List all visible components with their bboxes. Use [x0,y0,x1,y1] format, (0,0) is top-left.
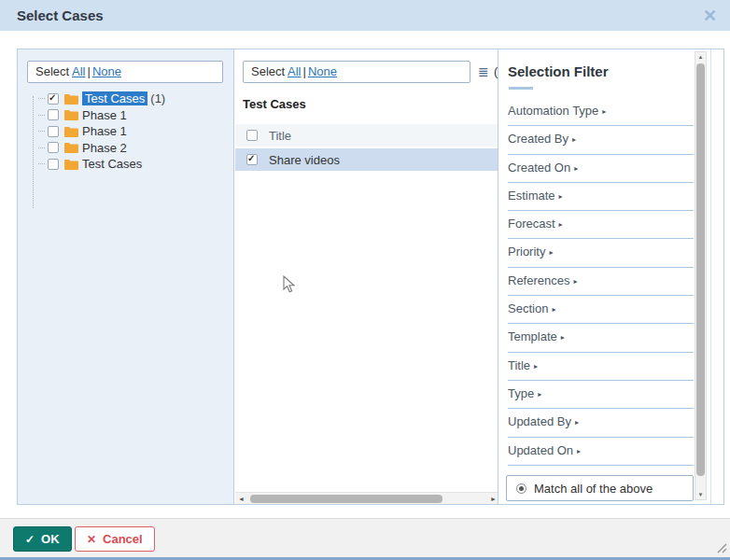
filter-item-updated-on[interactable]: Updated On▸ [508,438,694,466]
expand-arrow-icon: ▸ [577,447,581,455]
cases-header-row[interactable]: Title [235,124,499,147]
tree-item-count: (1) [150,91,165,105]
expand-arrow-icon: ▸ [559,220,563,229]
tree-item-label: Test Cases [82,91,147,105]
dialog-title: Select Cases [17,7,104,23]
expand-arrow-icon: ▸ [552,305,555,314]
filter-list: Automation Type▸ Created By▸ Created On▸… [508,98,694,466]
folder-icon [64,159,78,170]
tree-select-none-link[interactable]: None [92,64,121,78]
expand-arrow-icon: ▸ [561,333,565,342]
scroll-down-icon[interactable]: ▼ [695,492,706,497]
x-icon: ✕ [87,533,96,546]
filter-item-label: Forecast [508,217,555,231]
tree-checkbox[interactable] [48,126,59,137]
filter-item-label: Updated On [508,443,573,457]
filter-item-automation-type[interactable]: Automation Type▸ [508,98,694,126]
filter-item-label: Type [508,386,534,400]
scroll-right-icon[interactable]: ► [490,493,497,504]
filter-item-label: Automation Type [508,104,598,118]
tree-item-test-cases-2[interactable]: Test Cases [29,156,165,173]
ok-button[interactable]: ✓ OK [13,526,72,552]
folder-icon [64,93,78,105]
expand-arrow-icon: ▸ [574,164,578,173]
suite-tree-panel: Select All|None Test Cases (1) Phase 1 [18,49,234,504]
filter-item-title[interactable]: Title▸ [508,353,694,381]
filter-item-label: Priority [508,245,545,259]
tree-select-all-link[interactable]: All [72,64,85,78]
filter-item-type[interactable]: Type▸ [508,381,694,409]
select-label: Select [251,64,285,78]
folder-icon [64,142,78,153]
tree-connector [38,131,45,132]
divider: | [303,64,306,78]
horizontal-scrollbar[interactable]: ◄ ► [235,492,499,504]
title-accent-bar [509,87,533,90]
cases-select-all-link[interactable]: All [288,64,301,78]
match-all-label: Match all of the above [534,482,653,496]
check-icon: ✓ [25,533,35,546]
expand-arrow-icon: ▸ [602,107,606,116]
tree-item-label: Phase 2 [82,141,127,155]
tree-checkbox[interactable] [48,159,59,170]
match-all-radio[interactable] [516,483,526,494]
filter-item-label: Created On [508,161,570,175]
case-title: Share videos [269,153,340,167]
tree-item-phase-1[interactable]: Phase 1 [29,107,165,124]
column-header-title: Title [269,129,291,143]
filter-item-created-by[interactable]: Created By▸ [508,126,694,154]
cancel-button[interactable]: ✕ Cancel [75,526,155,552]
scrollbar-thumb[interactable] [696,63,705,476]
folder-icon [64,126,78,137]
filter-item-label: Title [508,358,530,372]
divider: | [88,64,91,78]
expand-arrow-icon: ▸ [538,390,541,399]
filter-item-section[interactable]: Section▸ [508,296,694,324]
resize-handle-icon[interactable] [716,542,727,553]
tree-item-label: Phase 1 [82,124,127,138]
case-checkbox-checked[interactable] [246,154,258,165]
expand-arrow-icon: ▸ [573,277,577,286]
folder-icon [64,109,78,120]
section-tree: Test Cases (1) Phase 1 Phase 1 [29,91,165,173]
tree-checkbox[interactable] [48,109,59,120]
vertical-scrollbar[interactable]: ▲ ▼ [695,51,707,500]
close-icon[interactable]: ✕ [703,6,717,26]
scroll-left-icon[interactable]: ◄ [238,493,245,504]
filter-item-created-on[interactable]: Created On▸ [508,155,694,183]
tree-item-phase-1b[interactable]: Phase 1 [29,123,165,140]
tree-connector [38,147,45,148]
tree-checkbox[interactable] [48,142,59,153]
ok-button-label: OK [41,532,60,546]
filter-item-updated-by[interactable]: Updated By▸ [508,409,694,437]
tree-item-phase-2[interactable]: Phase 2 [29,140,165,157]
tree-item-test-cases[interactable]: Test Cases (1) [29,91,165,107]
filter-item-estimate[interactable]: Estimate▸ [508,183,694,211]
filter-item-label: References [508,273,569,287]
tree-checkbox-checked[interactable] [48,93,59,105]
filter-item-template[interactable]: Template▸ [508,324,694,352]
scrollbar-thumb[interactable] [250,495,442,503]
match-option-box[interactable]: Match all of the above [506,475,694,501]
cases-group-title: Test Cases [243,97,306,111]
cases-select-none-link[interactable]: None [308,64,337,78]
select-cases-dialog: Select Cases ✕ Select All|None Test Case… [0,0,730,560]
selection-filter-panel: Selection Filter Automation Type▸ Create… [498,49,711,504]
filter-panel-title: Selection Filter [508,63,609,79]
scroll-up-icon[interactable]: ▲ [695,54,706,60]
filter-item-references[interactable]: References▸ [508,268,694,296]
filter-item-label: Created By [508,132,569,146]
tree-item-label: Test Cases [82,157,142,171]
mouse-cursor [283,275,296,294]
filter-item-forecast[interactable]: Forecast▸ [508,211,694,239]
case-row-share-videos[interactable]: Share videos [235,148,499,171]
header-checkbox[interactable] [246,130,258,141]
select-label: Select [35,64,69,78]
dialog-content: Select All|None Test Cases (1) Phase 1 [17,49,724,505]
cancel-button-label: Cancel [103,532,143,546]
columns-icon[interactable]: ≣ [478,64,489,79]
filter-item-priority[interactable]: Priority▸ [508,239,694,267]
dialog-footer: ✓ OK ✕ Cancel [0,518,730,557]
expand-arrow-icon: ▸ [549,248,553,257]
expand-arrow-icon: ▸ [534,362,538,371]
